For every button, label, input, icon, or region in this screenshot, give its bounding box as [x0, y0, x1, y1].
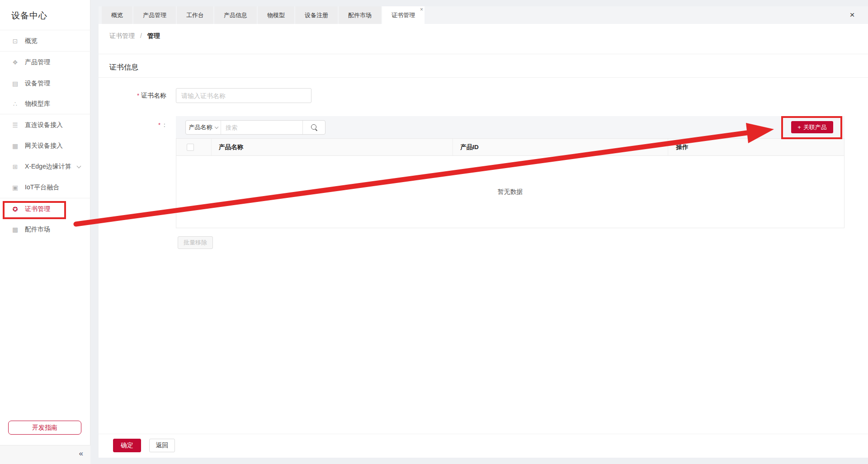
cube-icon: ⊡ [11, 37, 19, 45]
sidebar-item-iot-platform-fusion[interactable]: ▣ IoT平台融合 [0, 177, 90, 198]
divider [0, 114, 90, 114]
filter-field-select[interactable]: 产品名称 [186, 121, 221, 134]
column-header-product-name: 产品名称 [212, 139, 453, 155]
select-all-checkbox[interactable] [187, 144, 194, 151]
section-title: 证书信息 [109, 63, 138, 72]
collapse-sidebar-icon[interactable]: « [79, 449, 83, 458]
sidebar-item-label: 网关设备接入 [25, 142, 63, 150]
sidebar-item-direct-device-access[interactable]: ☰ 直连设备接入 [0, 115, 90, 136]
tab-accessories-market[interactable]: 配件市场 [339, 6, 381, 24]
certificate-name-input[interactable] [176, 88, 311, 103]
sidebar-item-label: 直连设备接入 [25, 121, 63, 129]
back-button[interactable]: 返回 [149, 439, 175, 452]
required-mark: * [137, 92, 139, 99]
sidebar-item-label: 设备管理 [25, 80, 50, 88]
plus-icon: + [797, 124, 801, 131]
breadcrumb-separator: / [140, 32, 142, 39]
breadcrumb-parent[interactable]: 证书管理 [109, 32, 135, 39]
field-label-text: 证书名称 [141, 92, 166, 99]
divider [99, 434, 868, 434]
sidebar-item-label: X-Edge边缘计算 [25, 163, 71, 171]
content-card: 证书管理 / 管理 证书信息 *证书名称 *: 产品名称 [99, 24, 868, 458]
sidebar: 设备中心 ⊡ 概览 ❖ 产品管理 ▤ 设备管理 ∴ 物模型库 ☰ 直连设备接入 … [0, 0, 90, 464]
search-button[interactable] [302, 121, 325, 134]
batch-remove-button[interactable]: 批量移除 [178, 236, 213, 249]
table-toolbar: 产品名称 + 关联产品 [176, 116, 844, 138]
associate-product-label: 关联产品 [803, 123, 827, 131]
tab-label: 设备注册 [305, 11, 328, 19]
filter-field-label: 产品名称 [189, 123, 212, 131]
tab-device-registration[interactable]: 设备注册 [295, 6, 338, 24]
tab-close-icon[interactable]: × [420, 6, 423, 13]
sidebar-item-thing-model-library[interactable]: ∴ 物模型库 [0, 94, 90, 114]
tab-label: 工作台 [186, 11, 204, 19]
divider [0, 30, 90, 30]
label-colon: : [164, 122, 165, 128]
empty-state-text: 暂无数据 [498, 188, 523, 196]
sidebar-item-overview[interactable]: ⊡ 概览 [0, 31, 90, 52]
product-icon: ❖ [11, 59, 19, 66]
sidebar-item-label: IoT平台融合 [25, 183, 59, 192]
sidebar-item-label: 物模型库 [25, 100, 50, 108]
grid-icon: ⊞ [11, 163, 19, 170]
tab-label: 证书管理 [392, 11, 415, 19]
sidebar-item-label: 配件市场 [25, 225, 50, 234]
search-input[interactable] [221, 121, 302, 134]
thing-model-icon: ∴ [11, 100, 19, 108]
tab-thing-model[interactable]: 物模型 [258, 6, 294, 24]
tab-overview[interactable]: 概览 [102, 6, 132, 24]
device-icon: ▤ [11, 80, 19, 87]
required-mark: * [158, 122, 160, 128]
certificate-icon: ✪ [11, 206, 19, 213]
associated-products-required-mark: *: [158, 122, 165, 128]
divider [0, 51, 90, 52]
sidebar-item-device-management[interactable]: ▤ 设备管理 [0, 73, 90, 94]
search-icon [311, 124, 318, 131]
sidebar-item-label: 产品管理 [25, 58, 50, 66]
sidebar-item-xedge-computing[interactable]: ⊞ X-Edge边缘计算 [0, 156, 90, 177]
tab-bar: 概览 产品管理 工作台 产品信息 物模型 设备注册 配件市场 证书管理 × [99, 6, 868, 24]
breadcrumb-current: 管理 [147, 32, 160, 39]
sidebar-item-gateway-device-access[interactable]: ▦ 网关设备接入 [0, 136, 90, 156]
tab-product-info[interactable]: 产品信息 [214, 6, 257, 24]
chevron-down-icon [77, 164, 81, 169]
close-icon[interactable]: × [846, 9, 858, 21]
chevron-down-icon [214, 125, 218, 128]
sidebar-item-label: 证书管理 [25, 205, 50, 213]
associated-products-table: 产品名称 产品ID 操作 暂无数据 [176, 138, 844, 228]
tab-product-management[interactable]: 产品管理 [133, 6, 176, 24]
sidebar-footer: « [0, 445, 90, 464]
select-all-cell [176, 139, 212, 155]
tab-label: 配件市场 [348, 11, 372, 19]
confirm-button[interactable]: 确定 [113, 439, 141, 452]
app-title: 设备中心 [11, 10, 47, 22]
associate-product-button[interactable]: + 关联产品 [791, 121, 833, 133]
product-search-control: 产品名称 [185, 120, 326, 135]
tab-label: 物模型 [267, 11, 285, 19]
divider [99, 54, 868, 54]
certificate-name-label: *证书名称 [99, 92, 166, 100]
sidebar-item-label: 概览 [25, 37, 38, 45]
sidebar-item-accessories-market[interactable]: ▩ 配件市场 [0, 219, 90, 240]
market-icon: ▩ [11, 226, 19, 233]
dev-guide-button[interactable]: 开发指南 [8, 421, 81, 435]
gateway-icon: ▦ [11, 142, 19, 150]
tab-label: 产品管理 [143, 11, 166, 19]
device-center-page: 设备中心 ⊡ 概览 ❖ 产品管理 ▤ 设备管理 ∴ 物模型库 ☰ 直连设备接入 … [0, 0, 868, 464]
column-header-product-id: 产品ID [453, 139, 668, 155]
divider [0, 198, 90, 198]
table-body: 暂无数据 [176, 156, 844, 228]
tab-workbench[interactable]: 工作台 [177, 6, 213, 24]
tab-label: 概览 [111, 11, 123, 19]
sidebar-item-product-management[interactable]: ❖ 产品管理 [0, 52, 90, 73]
sliders-icon: ☰ [11, 122, 19, 129]
sidebar-item-certificate-management[interactable]: ✪ 证书管理 [0, 199, 90, 220]
associated-products-panel: 产品名称 + 关联产品 产品 [176, 116, 844, 228]
tab-certificate-management[interactable]: 证书管理 × [382, 6, 425, 24]
column-header-operation: 操作 [668, 139, 844, 155]
breadcrumb: 证书管理 / 管理 [109, 32, 160, 40]
divider [99, 77, 868, 78]
tab-label: 产品信息 [224, 11, 247, 19]
table-header: 产品名称 产品ID 操作 [176, 139, 844, 156]
platform-icon: ▣ [11, 184, 19, 191]
